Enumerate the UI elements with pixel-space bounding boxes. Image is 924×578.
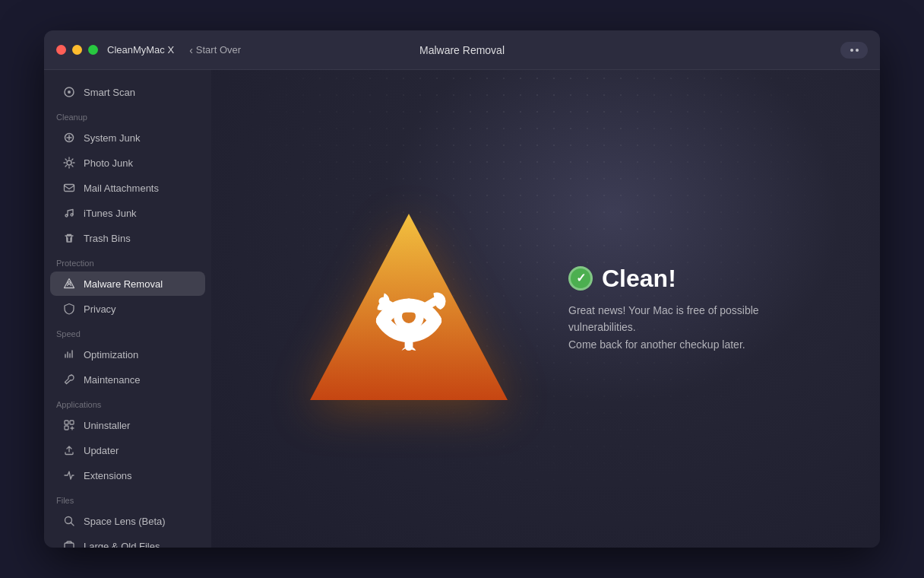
system-junk-icon bbox=[62, 131, 76, 144]
clean-description-line2: Come back for another checkup later. bbox=[568, 336, 796, 353]
main-view: ✓ Clean! Great news! Your Mac is free of… bbox=[211, 70, 880, 548]
dot-icon bbox=[856, 49, 859, 52]
minimize-button[interactable] bbox=[72, 45, 82, 55]
protection-section-label: Protection bbox=[44, 251, 211, 271]
sidebar-item-system-junk[interactable]: System Junk bbox=[50, 125, 205, 150]
dot-icon bbox=[850, 49, 853, 52]
chevron-left-icon: ‹ bbox=[189, 44, 193, 56]
sidebar-item-smart-scan[interactable]: Smart Scan bbox=[50, 80, 205, 104]
sidebar-label: Malware Removal bbox=[84, 278, 163, 290]
back-button[interactable]: ‹ Start Over bbox=[189, 44, 241, 56]
sidebar-label: Smart Scan bbox=[84, 87, 135, 98]
sidebar-label: Trash Bins bbox=[84, 233, 131, 244]
svg-rect-12 bbox=[65, 543, 74, 548]
svg-rect-4 bbox=[65, 185, 74, 192]
malware-icon bbox=[62, 277, 76, 291]
sidebar-label: Optimization bbox=[84, 349, 138, 360]
files-section-label: Files bbox=[44, 488, 211, 508]
speed-section-label: Speed bbox=[44, 322, 211, 341]
sidebar-label: Mail Attachments bbox=[84, 183, 159, 194]
sidebar: Smart Scan Cleanup System Junk bbox=[44, 70, 211, 548]
sidebar-item-privacy[interactable]: Privacy bbox=[50, 297, 205, 321]
sidebar-item-photo-junk[interactable]: Photo Junk bbox=[50, 151, 205, 175]
svg-point-1 bbox=[68, 91, 71, 94]
app-window: CleanMyMac X ‹ Start Over Malware Remova… bbox=[44, 30, 880, 548]
sidebar-label: Updater bbox=[84, 445, 119, 456]
sidebar-label: Maintenance bbox=[84, 374, 140, 386]
sidebar-label: Extensions bbox=[84, 470, 132, 481]
updater-icon bbox=[62, 443, 76, 457]
sidebar-item-extensions[interactable]: Extensions bbox=[50, 463, 205, 487]
sidebar-label: Space Lens (Beta) bbox=[84, 516, 166, 527]
result-panel: ✓ Clean! Great news! Your Mac is free of… bbox=[568, 265, 796, 353]
uninstaller-icon bbox=[62, 418, 76, 432]
sidebar-label: Privacy bbox=[84, 303, 116, 315]
titlebar: CleanMyMac X ‹ Start Over Malware Remova… bbox=[44, 30, 880, 70]
sidebar-item-itunes-junk[interactable]: iTunes Junk bbox=[50, 201, 205, 225]
close-button[interactable] bbox=[56, 45, 66, 55]
content-area: ✓ Clean! Great news! Your Mac is free of… bbox=[295, 195, 796, 423]
sidebar-label: System Junk bbox=[84, 132, 140, 144]
svg-point-6 bbox=[71, 214, 73, 216]
maximize-button[interactable] bbox=[88, 45, 98, 55]
privacy-icon bbox=[62, 302, 76, 316]
svg-rect-10 bbox=[65, 426, 68, 430]
maintenance-icon bbox=[62, 373, 76, 386]
check-circle-icon: ✓ bbox=[568, 266, 593, 291]
optimization-icon bbox=[62, 348, 76, 361]
svg-rect-9 bbox=[70, 421, 74, 424]
sidebar-item-space-lens[interactable]: Space Lens (Beta) bbox=[50, 509, 205, 533]
sidebar-item-updater[interactable]: Updater bbox=[50, 438, 205, 462]
itunes-icon bbox=[62, 206, 76, 220]
app-title: CleanMyMac X bbox=[107, 44, 174, 56]
traffic-lights bbox=[56, 45, 98, 55]
main-content: Smart Scan Cleanup System Junk bbox=[44, 70, 880, 548]
clean-header: ✓ Clean! bbox=[568, 265, 796, 293]
smart-scan-icon bbox=[62, 85, 76, 99]
large-files-icon bbox=[62, 539, 76, 548]
clean-description-line1: Great news! Your Mac is free of possible… bbox=[568, 302, 796, 336]
sidebar-label: Photo Junk bbox=[84, 157, 133, 169]
checkmark-icon: ✓ bbox=[576, 272, 586, 284]
sidebar-label: Large & Old Files bbox=[84, 541, 160, 548]
svg-rect-8 bbox=[65, 421, 68, 424]
more-options-button[interactable] bbox=[840, 42, 868, 59]
space-lens-icon bbox=[62, 514, 76, 528]
sidebar-item-malware-removal[interactable]: Malware Removal bbox=[50, 272, 205, 296]
sidebar-item-optimization[interactable]: Optimization bbox=[50, 342, 205, 367]
sidebar-item-uninstaller[interactable]: Uninstaller bbox=[50, 413, 205, 437]
sidebar-item-trash-bins[interactable]: Trash Bins bbox=[50, 226, 205, 250]
sidebar-item-large-old-files[interactable]: Large & Old Files bbox=[50, 534, 205, 548]
sidebar-label: iTunes Junk bbox=[84, 208, 137, 219]
back-label: Start Over bbox=[196, 44, 241, 56]
svg-point-5 bbox=[65, 214, 68, 217]
trash-icon bbox=[62, 231, 76, 245]
applications-section-label: Applications bbox=[44, 392, 211, 412]
svg-point-3 bbox=[67, 160, 71, 165]
sidebar-item-maintenance[interactable]: Maintenance bbox=[50, 367, 205, 392]
extensions-icon bbox=[62, 468, 76, 482]
window-title: Malware Removal bbox=[419, 44, 505, 56]
clean-title: Clean! bbox=[602, 265, 676, 293]
mail-icon bbox=[62, 181, 76, 195]
sidebar-label: Uninstaller bbox=[84, 420, 130, 431]
photo-junk-icon bbox=[62, 156, 76, 170]
biohazard-icon bbox=[295, 195, 523, 423]
cleanup-section-label: Cleanup bbox=[44, 105, 211, 125]
sidebar-item-mail-attachments[interactable]: Mail Attachments bbox=[50, 176, 205, 200]
